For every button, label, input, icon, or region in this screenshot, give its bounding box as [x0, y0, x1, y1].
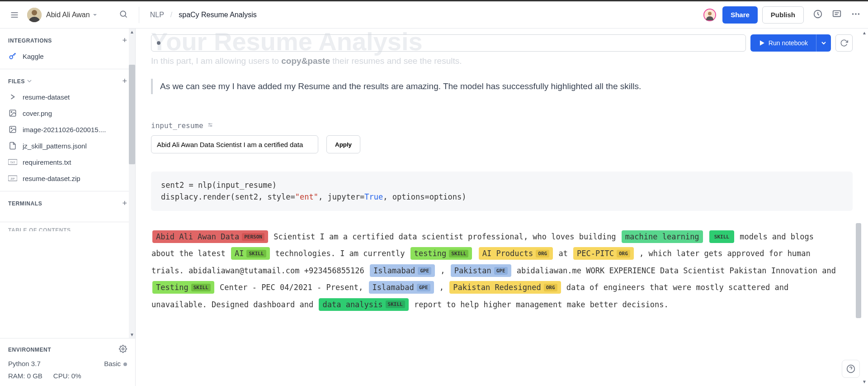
output-text: technologies. I am currently [271, 249, 410, 258]
svg-point-15 [852, 13, 854, 15]
output-text: , [435, 283, 449, 292]
add-terminal-icon[interactable]: + [122, 199, 127, 208]
sidebar-item-label: requirements.txt [23, 158, 71, 166]
sidebar-item-label: cover.png [23, 110, 52, 117]
variable-name: input_resume [151, 121, 203, 130]
svg-point-6 [120, 11, 126, 16]
svg-point-18 [9, 56, 13, 59]
svg-point-17 [858, 13, 860, 15]
svg-point-16 [855, 13, 857, 15]
output-text [473, 249, 477, 258]
user-dropdown-caret[interactable] [93, 11, 97, 19]
entity-skill: data analysisSKILL [319, 298, 408, 311]
sidebar-item-label: image-20211026-020015.... [23, 126, 106, 133]
displacy-output: Abid Ali Awan DataPERSON Scientist I am … [151, 219, 853, 323]
search-icon[interactable] [119, 10, 128, 20]
resume-input[interactable] [151, 135, 318, 153]
terminals-heading: TERMINALS [8, 200, 42, 207]
svg-text:TXT: TXT [10, 161, 15, 164]
entity-gpe: IslamabadGPE [370, 264, 435, 277]
entity-org: Pakistan RedesignedORG [449, 281, 561, 294]
entity-org: PEC-PITCORG [573, 247, 634, 260]
sidebar-scroll-thumb[interactable] [129, 65, 135, 164]
svg-point-22 [11, 128, 12, 129]
gear-icon[interactable] [119, 345, 127, 354]
output-text: Scientist I am a certified data scientis… [269, 232, 621, 241]
publish-button[interactable]: Publish [762, 6, 804, 24]
key-icon [8, 52, 17, 61]
output-text: , [436, 266, 450, 275]
sidebar-item-label: jz_skill_patterns.jsonl [23, 142, 87, 150]
env-cpu: CPU: 0% [53, 372, 81, 380]
sidebar-item-label: Kaggle [23, 52, 44, 60]
user-avatar[interactable] [27, 8, 42, 22]
sidebar-file-item[interactable]: cover.png [0, 105, 135, 121]
run-notebook-button[interactable]: Run notebook [750, 34, 831, 52]
svg-point-9 [708, 12, 712, 15]
sidebar-item-label: resume-dataset [23, 93, 70, 101]
svg-point-27 [122, 348, 124, 350]
entity-label: SKILL [709, 230, 734, 243]
entity-skill: AISKILL [231, 247, 270, 260]
svg-point-20 [11, 111, 12, 112]
intro-paragraph: In this part, I am allowing users to cop… [151, 56, 853, 66]
toc-heading: TABLE OF CONTENTS [8, 227, 71, 231]
add-file-icon[interactable]: + [122, 76, 127, 86]
help-icon[interactable] [842, 360, 860, 378]
sidebar-file-item[interactable]: image-20211026-020015.... [0, 121, 135, 138]
username[interactable]: Abid Ali Awan [46, 11, 90, 19]
entity-skill: machine learning [622, 230, 703, 243]
cell-selector[interactable] [151, 34, 746, 52]
sidebar-file-item[interactable]: jz_skill_patterns.jsonl [0, 138, 135, 154]
entity-person: Abid Ali Awan DataPERSON [152, 230, 268, 243]
file-icon [8, 141, 17, 150]
sidebar-file-item[interactable]: TXTrequirements.txt [0, 154, 135, 170]
entity-org: AI ProductsORG [479, 247, 553, 260]
code-cell[interactable]: sent2 = nlp(input_resume) displacy.rende… [151, 172, 853, 211]
chevron-down-icon[interactable] [27, 78, 32, 85]
history-icon[interactable] [813, 9, 823, 20]
image-icon [8, 125, 17, 134]
settings-toggle-icon[interactable] [207, 122, 213, 129]
main-content: ▲ ▼ Your Resume Analysis Run notebook [136, 29, 868, 386]
breadcrumb-separator: / [170, 11, 172, 19]
svg-rect-12 [833, 11, 841, 17]
add-integration-icon[interactable]: + [122, 36, 127, 45]
apply-button[interactable]: Apply [326, 135, 360, 153]
refresh-icon[interactable] [835, 34, 853, 52]
env-tier: Basic [104, 360, 121, 367]
collaborator-avatar[interactable] [703, 9, 716, 21]
output-text: report to help higher management make be… [410, 300, 669, 309]
run-dropdown-caret[interactable] [816, 34, 831, 52]
share-button[interactable]: Share [722, 6, 758, 24]
svg-point-32 [210, 125, 211, 126]
folder-caret-icon [8, 92, 17, 101]
txt-icon: TXT [8, 157, 17, 167]
output-scrollbar[interactable] [856, 223, 861, 318]
blockquote: As we can see my I have added my Resume … [151, 79, 853, 94]
breadcrumb-parent[interactable]: NLP [150, 11, 164, 19]
more-icon[interactable] [851, 9, 861, 20]
sidebar-item-label: resume-dataset.zip [23, 175, 80, 182]
sidebar-file-item[interactable]: resume-dataset [0, 89, 135, 105]
breadcrumb-current: spaCy Resume Analysis [179, 11, 257, 19]
sidebar-integration-item[interactable]: Kaggle [0, 48, 135, 64]
menu-icon[interactable] [7, 8, 22, 22]
image-icon [8, 109, 17, 118]
sidebar-scrollbar[interactable]: ▲ ▼ [129, 29, 135, 338]
sidebar: ▲ ▼ INTEGRATIONS + Kaggle FILES + [0, 29, 136, 386]
svg-text:ZIP: ZIP [11, 177, 15, 180]
svg-line-7 [125, 16, 127, 18]
output-text: at [554, 249, 572, 258]
cell-dot-icon [157, 41, 160, 45]
environment-panel: ENVIRONMENT Python 3.7 Basic RAM: 0 GB C… [0, 338, 135, 386]
breadcrumb: NLP / spaCy Resume Analysis [150, 11, 257, 19]
main-scrollbar[interactable]: ▲ ▼ [861, 29, 868, 386]
svg-point-31 [209, 124, 210, 124]
entity-gpe: IslamabadGPE [369, 281, 434, 294]
entity-skill: TestingSKILL [152, 281, 214, 294]
comments-icon[interactable] [832, 9, 842, 20]
output-text: Center - PEC 04/2021 - Present, [215, 283, 368, 292]
svg-point-4 [32, 10, 37, 15]
sidebar-file-item[interactable]: ZIPresume-dataset.zip [0, 170, 135, 186]
